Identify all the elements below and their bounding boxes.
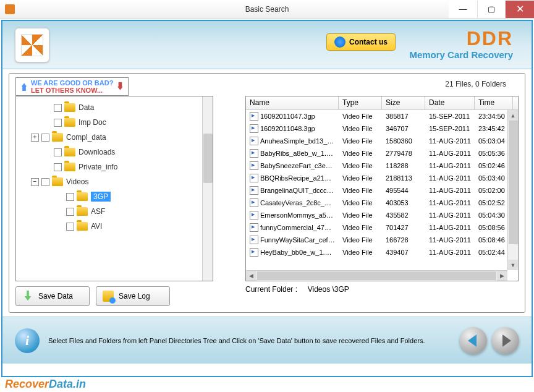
brand-block: DDR Memory Card Recovery: [409, 28, 513, 60]
feedback-banner[interactable]: WE ARE GOOD OR BAD? LET OTHERS KNOW...: [15, 77, 129, 96]
next-button[interactable]: [492, 327, 519, 354]
watermark-part2: Data.in: [49, 378, 86, 390]
video-file-icon: [250, 248, 258, 257]
folder-icon: [77, 207, 88, 216]
prev-button[interactable]: [460, 327, 487, 354]
watermark-part1: Recover: [5, 378, 49, 390]
tree-checkbox[interactable]: [41, 134, 49, 142]
table-row[interactable]: CasateyVeras_2c8c_w_1...Video File403053…: [246, 197, 518, 209]
close-button[interactable]: ✕: [506, 1, 534, 18]
column-type[interactable]: Type: [339, 96, 382, 109]
video-file-icon: [250, 211, 258, 219]
scroll-left-icon[interactable]: ◀: [246, 271, 256, 281]
maximize-button[interactable]: ▢: [477, 1, 506, 18]
table-row[interactable]: 16092011047.3gpVideo File38581715-SEP-20…: [246, 110, 518, 122]
folder-icon: [64, 118, 75, 127]
tree-label: Imp Doc: [78, 118, 106, 127]
tree-item[interactable]: Downloads: [19, 145, 210, 160]
tree-item[interactable]: Private_info: [19, 160, 210, 174]
tree-item[interactable]: ASF: [19, 204, 210, 219]
tree-label: Downloads: [78, 148, 115, 156]
current-folder-value: Videos \3GP: [308, 285, 349, 294]
video-file-icon: [250, 149, 258, 158]
file-vscrollbar[interactable]: ▲ ▼: [507, 110, 518, 270]
expand-toggle[interactable]: −: [31, 178, 39, 186]
column-size[interactable]: Size: [382, 96, 425, 109]
folder-icon: [64, 103, 75, 112]
content-row: DataImp Doc+Compl_dataDownloadsPrivate_i…: [15, 96, 519, 281]
table-row[interactable]: HeyBaby_bb0e_w_1.3gpVideo File43940711-A…: [246, 246, 518, 258]
tree-checkbox[interactable]: [41, 178, 49, 186]
file-table-body[interactable]: 16092011047.3gpVideo File38581715-SEP-20…: [246, 110, 518, 281]
video-file-icon: [250, 186, 258, 195]
tree-label: Private_info: [78, 163, 117, 171]
tree-checkbox[interactable]: [54, 148, 62, 156]
feedback-text: WE ARE GOOD OR BAD? LET OTHERS KNOW...: [31, 79, 113, 94]
tree-label: ASF: [91, 207, 105, 216]
tree-checkbox[interactable]: [54, 104, 62, 112]
table-row[interactable]: 16092011048.3gpVideo File34670715-SEP-20…: [246, 122, 518, 135]
titlebar: Basic Search — ▢ ✕: [0, 0, 534, 19]
header-bar: Contact us DDR Memory Card Recovery: [2, 21, 532, 69]
thumb-up-icon: [20, 82, 28, 91]
save-data-label: Save Data: [38, 292, 73, 300]
folder-icon: [64, 163, 75, 171]
tree-label: Videos: [66, 177, 88, 186]
current-folder-label: Current Folder :: [245, 285, 297, 294]
column-time[interactable]: Time: [475, 96, 513, 109]
tree-item[interactable]: 3GP: [19, 189, 210, 204]
folder-tree-panel: DataImp Doc+Compl_dataDownloadsPrivate_i…: [15, 96, 213, 281]
current-folder-row: Current Folder : Videos \3GP: [245, 285, 349, 294]
table-row[interactable]: BabyRibs_a8eb_w_1.3gpVideo File277947811…: [246, 147, 518, 160]
tree-label: Compl_data: [66, 133, 106, 142]
file-table-header: Name Type Size Date Time: [246, 96, 518, 110]
brand-name: DDR: [409, 28, 513, 48]
table-row[interactable]: BrangelinaQUIT_dccc_w_...Video File49554…: [246, 184, 518, 197]
folder-icon: [77, 222, 88, 231]
watermark: RecoverData.in: [5, 378, 86, 391]
tree-checkbox[interactable]: [66, 223, 74, 231]
video-file-icon: [250, 236, 258, 244]
table-row[interactable]: BabySneezeFart_c3e2_w...Video File118288…: [246, 160, 518, 172]
tree-label: Data: [78, 103, 94, 112]
brand-subtitle: Memory Card Recovery: [409, 49, 513, 60]
save-data-button[interactable]: Save Data: [15, 286, 90, 306]
scroll-right-icon[interactable]: ▶: [497, 271, 507, 281]
window-title: Basic Search: [245, 5, 289, 14]
main-panel: WE ARE GOOD OR BAD? LET OTHERS KNOW... 2…: [9, 73, 525, 313]
video-file-icon: [250, 161, 258, 170]
app-icon: [5, 4, 15, 14]
tree-scrollbar[interactable]: [202, 96, 213, 281]
tree-item[interactable]: Data: [19, 100, 210, 115]
table-row[interactable]: funnyCommercial_4735_w...Video File70142…: [246, 221, 518, 234]
tree-item[interactable]: Imp Doc: [19, 115, 210, 130]
tree-item[interactable]: −Videos: [19, 174, 210, 189]
tree-checkbox[interactable]: [54, 163, 62, 171]
folder-tree[interactable]: DataImp Doc+Compl_dataDownloadsPrivate_i…: [16, 96, 213, 237]
video-file-icon: [250, 174, 258, 182]
column-name[interactable]: Name: [246, 96, 339, 109]
save-log-button[interactable]: Save Log: [96, 286, 170, 306]
file-count-label: 21 Files, 0 Folders: [445, 80, 506, 88]
tree-label: AVI: [91, 222, 102, 231]
expand-toggle[interactable]: +: [31, 134, 39, 142]
table-row[interactable]: FunnyWaySitaCar_cefb_...Video File166728…: [246, 234, 518, 246]
table-row[interactable]: EmersonMommys_a520_w...Video File4355821…: [246, 209, 518, 221]
tree-item[interactable]: +Compl_data: [19, 130, 210, 145]
contact-us-button[interactable]: Contact us: [326, 33, 396, 51]
main-frame: Contact us DDR Memory Card Recovery WE A…: [1, 20, 533, 377]
scroll-down-icon[interactable]: ▼: [508, 260, 518, 270]
minimize-button[interactable]: —: [449, 1, 477, 18]
video-file-icon: [250, 137, 258, 145]
tree-item[interactable]: AVI: [19, 219, 210, 234]
tree-checkbox[interactable]: [66, 193, 74, 201]
file-hscrollbar[interactable]: ◀ ▶: [246, 270, 507, 281]
tree-checkbox[interactable]: [66, 208, 74, 216]
video-file-icon: [250, 223, 258, 232]
scroll-up-icon[interactable]: ▲: [508, 110, 518, 121]
info-icon: i: [15, 328, 40, 353]
table-row[interactable]: BBQRibsRecipe_a21d_w_...Video File218811…: [246, 172, 518, 184]
tree-checkbox[interactable]: [54, 119, 62, 127]
table-row[interactable]: AnuheaSimple_bd13_w_1...Video File158036…: [246, 135, 518, 147]
column-date[interactable]: Date: [425, 96, 475, 109]
